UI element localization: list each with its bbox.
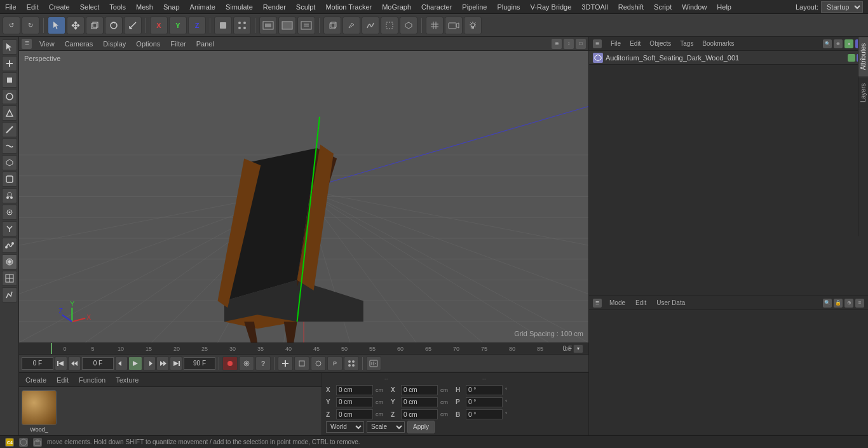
points-btn2[interactable] [344, 356, 359, 370]
object-row-chair[interactable]: Auditorium_Soft_Seating_Dark_Wood_001 [589, 51, 868, 65]
x-pos-field[interactable]: 0 cm [336, 385, 373, 395]
camera-btn[interactable] [445, 17, 463, 34]
z-pos-field[interactable]: 0 cm [336, 409, 373, 419]
x-axis-btn[interactable]: X [150, 17, 168, 34]
menu-plugins[interactable]: Plugins [492, 2, 525, 12]
light-btn[interactable] [464, 17, 482, 34]
menu-motion-tracker[interactable]: Motion Tracker [320, 2, 377, 12]
y-pos-field[interactable]: 0 cm [336, 397, 373, 407]
mat-texture-btn[interactable]: Texture [113, 376, 141, 384]
panel-menu[interactable]: Panel [194, 39, 217, 49]
obj-icon-1[interactable]: ⊕ [834, 39, 843, 48]
tool-7[interactable] [2, 139, 17, 154]
x-size-field[interactable]: 0 cm [401, 385, 438, 395]
b-field[interactable]: 0 ° [466, 409, 503, 419]
menu-select[interactable]: Select [75, 2, 105, 12]
obj-icon-2[interactable]: ● [844, 39, 853, 48]
menu-redshift[interactable]: Redshift [613, 2, 649, 12]
tool-12[interactable] [2, 221, 17, 236]
z-axis-btn[interactable]: Z [188, 17, 206, 34]
menu-3dtoall[interactable]: 3DTOAll [576, 2, 613, 12]
menu-create[interactable]: Create [44, 2, 75, 12]
help-btn[interactable]: ? [255, 356, 271, 370]
menu-sculpt[interactable]: Sculpt [291, 2, 321, 12]
attr-menu-icon[interactable]: ☰ [593, 299, 602, 308]
options-menu[interactable]: Options [133, 39, 163, 49]
menu-tools[interactable]: Tools [104, 2, 131, 12]
auto-key-btn[interactable] [239, 356, 254, 370]
attr-icon3[interactable]: ⊕ [844, 299, 853, 308]
move-tool-btn[interactable] [278, 356, 293, 370]
scale-btn[interactable] [124, 17, 142, 34]
menu-script[interactable]: Script [649, 2, 677, 12]
filter-menu[interactable]: Filter [168, 39, 188, 49]
tool-13[interactable] [2, 238, 17, 253]
rotate-btn[interactable] [105, 17, 123, 34]
tool-5[interactable] [2, 105, 17, 121]
tool-1[interactable] [2, 39, 17, 55]
poly-pen-btn[interactable] [400, 17, 417, 34]
grid-btn[interactable] [426, 17, 444, 34]
p-field[interactable]: 0 ° [466, 397, 503, 407]
vp-menu-icon[interactable]: ☰ [22, 39, 32, 49]
menu-animate[interactable]: Animate [185, 2, 220, 12]
anim-mode-btn[interactable] [366, 356, 381, 370]
undo-btn[interactable]: ↺ [3, 17, 20, 34]
render-output-btn[interactable] [297, 17, 315, 34]
tool-2[interactable] [2, 56, 17, 71]
select-btn[interactable] [48, 17, 65, 34]
mode-btn[interactable]: Mode [607, 299, 628, 307]
h-field[interactable]: 0 ° [466, 385, 503, 395]
objects-menu-icon[interactable]: ☰ [593, 39, 602, 48]
step-fwd-btn[interactable] [143, 356, 156, 370]
apply-button[interactable]: Apply [407, 421, 435, 433]
menu-file[interactable]: File [0, 2, 22, 12]
object-mode-btn[interactable] [214, 17, 232, 34]
cameras-menu[interactable]: Cameras [62, 39, 96, 49]
step-back-btn[interactable] [68, 356, 81, 370]
scale-key-btn[interactable] [294, 356, 309, 370]
tab-layers[interactable]: Layers [858, 77, 868, 109]
obj-bookmarks-btn[interactable]: Bookmarks [700, 39, 736, 48]
render-view-btn[interactable] [278, 17, 296, 34]
points-btn[interactable] [233, 17, 251, 34]
menu-vray[interactable]: V-Ray Bridge [526, 2, 577, 12]
menu-simulate[interactable]: Simulate [220, 2, 258, 12]
obj-vis-indicator[interactable] [848, 54, 855, 62]
z-size-field[interactable]: 0 cm [401, 409, 438, 419]
timeline[interactable]: 0 5 10 15 20 25 30 35 40 45 50 55 60 65 … [19, 343, 588, 354]
play-btn[interactable] [128, 356, 142, 370]
y-size-field[interactable]: 0 cm [401, 397, 438, 407]
tool-16[interactable] [2, 287, 17, 302]
obj-edit-btn[interactable]: Edit [627, 39, 643, 48]
menu-edit[interactable]: Edit [22, 2, 44, 12]
record-btn[interactable] [222, 356, 238, 370]
layout-dropdown[interactable]: Startup [821, 1, 863, 13]
frame-jump-btn[interactable]: ▾ [573, 344, 583, 353]
menu-mograph[interactable]: MoGraph [377, 2, 416, 12]
obj-file-btn[interactable]: File [608, 39, 623, 48]
attr-search-icon[interactable]: 🔍 [823, 299, 832, 308]
tab-attributes[interactable]: Attributes [858, 37, 868, 77]
tool-10[interactable] [2, 188, 17, 203]
selection-tool-btn[interactable] [381, 17, 398, 34]
vp-icon-2[interactable]: ↕ [564, 39, 574, 49]
viewport-3d[interactable]: X Y Z Perspective Grid Spacing : 100 cm [19, 51, 588, 343]
spline-tool-btn[interactable] [362, 17, 379, 34]
current-time-start[interactable] [82, 357, 114, 370]
menu-character[interactable]: Character [416, 2, 457, 12]
obj-tags-btn[interactable]: Tags [677, 39, 696, 48]
render-region-btn[interactable] [259, 17, 277, 34]
tool-8[interactable] [2, 155, 17, 170]
attr-lock-icon[interactable]: 🔒 [834, 299, 843, 308]
start-time-input[interactable] [22, 357, 53, 370]
world-dropdown[interactable]: World [326, 421, 364, 433]
user-data-btn[interactable]: User Data [654, 299, 688, 307]
vp-icon-3[interactable]: □ [576, 39, 586, 49]
cube-btn[interactable] [86, 17, 104, 34]
vp-icon-1[interactable]: ⊕ [552, 39, 562, 49]
prev-key-btn[interactable] [55, 356, 67, 370]
wood-material-thumb[interactable] [22, 390, 57, 425]
menu-window[interactable]: Window [677, 2, 712, 12]
tool-15[interactable] [2, 271, 17, 286]
